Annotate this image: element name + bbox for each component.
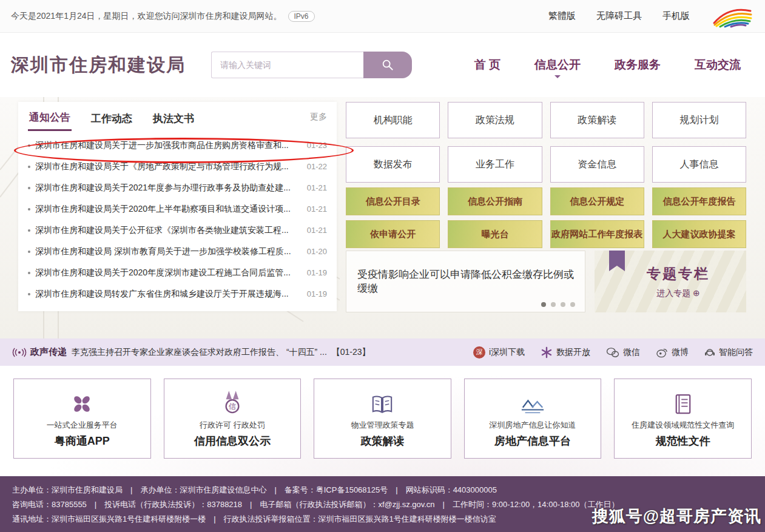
quick-link-planning[interactable]: 规划计划 bbox=[652, 102, 746, 138]
search-button[interactable] bbox=[363, 52, 412, 78]
enter-special-topics-link[interactable]: 进入专题 ⊕ bbox=[656, 288, 700, 299]
info-disclosure-grid: 信息公开目录 信息公开指南 信息公开规定 信息公开年度报告 依申请公开 曝光台 … bbox=[346, 187, 746, 248]
nav-info-disclosure[interactable]: 信息公开 bbox=[534, 57, 581, 73]
ticker-shortcuts: 深 i深圳下载 数据开放 微信 bbox=[473, 346, 753, 359]
smart-qa-link[interactable]: 智能问答 bbox=[704, 346, 753, 359]
page: 今天是2021年1月24日，星期日，欢迎您访问深圳市住房和建设局网站。 IPv6… bbox=[0, 0, 765, 532]
chevron-down-icon bbox=[554, 75, 561, 81]
search-bar bbox=[211, 52, 412, 78]
carousel-dots bbox=[541, 302, 575, 307]
news-item-title[interactable]: 深圳市住房和建设局转发广东省住房和城乡建设厅关于开展违规海... bbox=[35, 289, 300, 300]
news-item[interactable]: 深圳市住房和建设局关于2021年度参与办理行政事务及协助查处建... 01-21 bbox=[28, 177, 327, 198]
quick-link-policy-interpretation[interactable]: 政策解读 bbox=[550, 102, 644, 138]
tab-work-updates[interactable]: 工作动态 bbox=[90, 104, 133, 130]
link-disclosure-rules[interactable]: 信息公开规定 bbox=[550, 187, 644, 215]
quick-link-policies-laws[interactable]: 政策法规 bbox=[448, 102, 542, 138]
quick-link-business-work[interactable]: 业务工作 bbox=[448, 146, 542, 183]
ishenzhen-download-label: i深圳下载 bbox=[489, 347, 525, 358]
medal-icon: 信 bbox=[222, 391, 243, 415]
news-item[interactable]: 深圳市住房和建设局转发广东省住房和城乡建设厅关于开展违规海... 01-19 bbox=[28, 283, 327, 305]
tab-enforcement-docs[interactable]: 执法文书 bbox=[152, 104, 195, 130]
link-npc-cppcc-proposals[interactable]: 人大建议政协提案 bbox=[652, 220, 746, 248]
ishenzhen-app-icon: 深 bbox=[473, 346, 485, 359]
banner-headline[interactable]: 受疫情影响企业可以申请降低公积金缴存比例或缓缴 bbox=[357, 268, 574, 295]
accessibility-tools-link[interactable]: 无障碍工具 bbox=[596, 10, 642, 22]
ticker-headline[interactable]: 李克强主持召开专家企业家座谈会征求对政府工作报告、 “十四五” ... bbox=[72, 347, 327, 358]
bullet-icon bbox=[28, 251, 30, 253]
card-title: 政策解读 bbox=[360, 434, 404, 448]
news-item-title[interactable]: 深圳市住房和建设局关于公开征求《深圳市各类物业建筑安装工程... bbox=[35, 225, 300, 236]
search-input[interactable] bbox=[211, 52, 363, 78]
link-exposure-platform[interactable]: 曝光台 bbox=[448, 220, 542, 248]
carousel-dot[interactable] bbox=[551, 302, 556, 307]
tab-notices[interactable]: 通知公告 bbox=[28, 103, 72, 131]
news-ticker-bar: 政声传递 李克强主持召开专家企业家座谈会征求对政府工作报告、 “十四五” ...… bbox=[0, 338, 765, 366]
ishenzhen-download-link[interactable]: 深 i深圳下载 bbox=[473, 346, 525, 359]
link-disclosure-catalog[interactable]: 信息公开目录 bbox=[346, 187, 440, 215]
wechat-icon bbox=[606, 347, 619, 358]
news-item-title[interactable]: 深圳市住房和建设局关于2021年度参与办理行政事务及协助查处建... bbox=[35, 183, 300, 194]
link-disclosure-annual-report[interactable]: 信息公开年度报告 bbox=[652, 187, 746, 215]
open-data-link[interactable]: 数据开放 bbox=[541, 346, 590, 359]
link-disclosure-guide[interactable]: 信息公开指南 bbox=[448, 187, 542, 215]
footer-line-organizer: 主办单位：深圳市住房和建设局 | 承办单位：深圳市住房建设信息中心 | 备案号：… bbox=[12, 483, 753, 497]
bullet-icon bbox=[28, 272, 30, 274]
card-normative-documents[interactable]: 住房建设领域规范性文件查询 规范性文件 bbox=[614, 379, 752, 459]
link-website-annual-report[interactable]: 政府网站工作年度报表 bbox=[550, 220, 644, 248]
card-subtitle: 物业管理政策专题 bbox=[351, 420, 414, 431]
card-yueshangtong-app[interactable]: 一站式企业服务平台 粤商通APP bbox=[13, 379, 151, 459]
news-item[interactable]: 深圳市住房和建设局关于公开征求《深圳市各类物业建筑安装工程... 01-21 bbox=[28, 220, 327, 241]
quick-link-personnel-info[interactable]: 人事信息 bbox=[652, 146, 746, 183]
news-list: 深圳市住房和建设局关于进一步加强我市商品住房购房资格审查和... 01-23 深… bbox=[28, 135, 327, 305]
nav-gov-services[interactable]: 政务服务 bbox=[615, 57, 661, 73]
news-item-title[interactable]: 深圳市住房和建设局关于《房地产政策制定与市场管理行政行为规... bbox=[35, 161, 300, 172]
traditional-chinese-link[interactable]: 繁體版 bbox=[548, 10, 576, 22]
news-item-date: 01-21 bbox=[307, 183, 327, 192]
medal-glyph: 信 bbox=[229, 402, 236, 411]
news-item-title[interactable]: 深圳市住房和建设局关于2020年上半年勘察项目和轨道交通设计项... bbox=[35, 204, 300, 215]
more-link[interactable]: 更多 bbox=[310, 112, 327, 123]
news-item[interactable]: 深圳市住房和建设局关于《房地产政策制定与市场管理行政行为规... 01-22 bbox=[28, 156, 327, 177]
news-panel: 通知公告 工作动态 执法文书 更多 深圳市住房和建设局关于进一步加强我市商品住房… bbox=[18, 102, 337, 311]
ipv6-badge[interactable]: IPv6 bbox=[288, 11, 315, 22]
bullet-icon bbox=[28, 229, 30, 232]
nav-home[interactable]: 首 页 bbox=[474, 57, 500, 73]
service-cards: 一站式企业服务平台 粤商通APP 信 行政许可 行政处罚 信用信息双公示 bbox=[0, 379, 765, 459]
news-item[interactable]: 深圳市住房和建设局关于2020年度深圳市建设工程施工合同后监管... 01-19 bbox=[28, 262, 327, 283]
mobile-version-link[interactable]: 手机版 bbox=[662, 10, 690, 22]
card-credit-disclosure[interactable]: 信 行政许可 行政处罚 信用信息双公示 bbox=[164, 379, 302, 459]
quick-link-org-functions[interactable]: 机构职能 bbox=[346, 102, 440, 138]
news-item[interactable]: 深圳市住房和建设局关于2020年上半年勘察项目和轨道交通设计项... 01-21 bbox=[28, 198, 327, 220]
news-item-title[interactable]: 深圳市住房和建设局关于进一步加强我市商品住房购房资格审查和... bbox=[35, 140, 300, 151]
carousel-banner[interactable]: 受疫情影响企业可以申请降低公积金缴存比例或缓缴 bbox=[346, 251, 585, 312]
card-title: 信用信息双公示 bbox=[194, 434, 271, 448]
nav-interaction[interactable]: 互动交流 bbox=[695, 57, 741, 73]
special-topics-box[interactable]: 专题专栏 进入专题 ⊕ bbox=[595, 251, 746, 312]
weibo-link[interactable]: 微博 bbox=[656, 347, 689, 358]
open-book-icon bbox=[371, 394, 393, 415]
card-real-estate-platform[interactable]: 深圳房地产信息让你知道 房地产信息平台 bbox=[464, 379, 602, 459]
news-item-title[interactable]: 深圳市住房和建设局关于2020年度深圳市建设工程施工合同后监管... bbox=[35, 268, 300, 278]
wechat-label: 微信 bbox=[623, 347, 640, 358]
quick-link-funding-info[interactable]: 资金信息 bbox=[550, 146, 644, 183]
topbar-links: 繁體版 无障碍工具 手机版 bbox=[548, 5, 754, 28]
card-title: 规范性文件 bbox=[656, 434, 710, 448]
special-topics-title: 专题专栏 bbox=[647, 264, 710, 283]
link-disclosure-on-request[interactable]: 依申请公开 bbox=[346, 220, 440, 248]
smart-qa-label: 智能问答 bbox=[719, 347, 753, 358]
carousel-dot[interactable] bbox=[561, 302, 565, 307]
bullet-icon bbox=[28, 293, 30, 295]
broadcast-icon bbox=[12, 348, 27, 357]
news-item[interactable]: 深圳市住房和建设局 深圳市教育局关于进一步加强学校装修工程质... 01-20 bbox=[28, 241, 327, 262]
news-item-date: 01-21 bbox=[307, 226, 327, 235]
quick-link-data-release[interactable]: 数据发布 bbox=[346, 146, 440, 183]
carousel-dot[interactable] bbox=[541, 302, 546, 307]
site-header: 深圳市住房和建设局 首 页 信息公开 政务服务 互动交流 bbox=[0, 33, 765, 97]
card-policy-interpretation[interactable]: 物业管理政策专题 政策解读 bbox=[314, 379, 451, 459]
news-tabs: 通知公告 工作动态 执法文书 更多 bbox=[28, 102, 327, 132]
shenzhen-city-logo bbox=[710, 5, 754, 28]
carousel-dot[interactable] bbox=[570, 302, 575, 307]
news-item[interactable]: 深圳市住房和建设局关于进一步加强我市商品住房购房资格审查和... 01-23 bbox=[28, 135, 327, 156]
wechat-link[interactable]: 微信 bbox=[606, 347, 640, 358]
news-item-title[interactable]: 深圳市住房和建设局 深圳市教育局关于进一步加强学校装修工程质... bbox=[35, 246, 300, 257]
